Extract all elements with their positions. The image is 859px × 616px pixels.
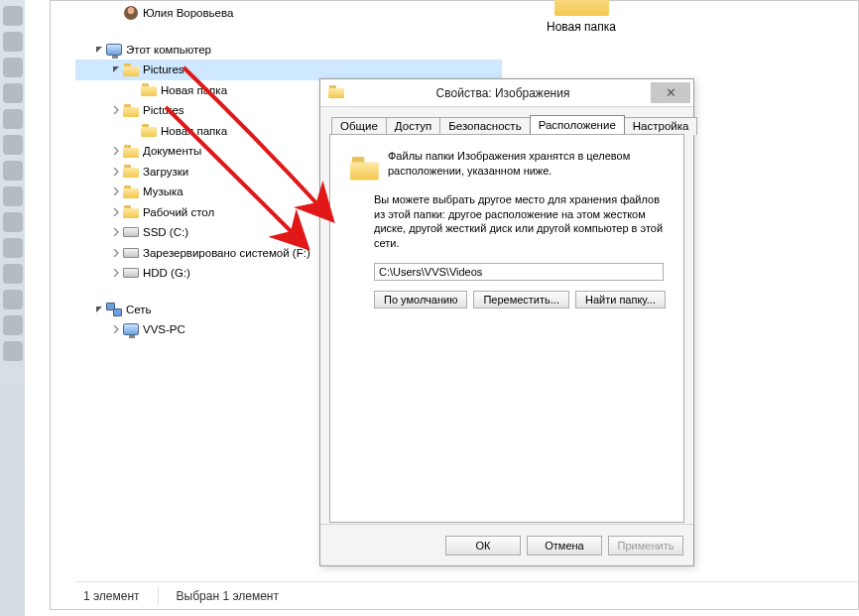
tree-label: Документы — [143, 145, 201, 157]
folder-icon — [123, 102, 139, 118]
tab-security[interactable]: Безопасность — [439, 117, 530, 135]
move-button[interactable]: Переместить... — [473, 291, 569, 308]
chevron-right-icon[interactable] — [110, 186, 121, 197]
drive-icon — [123, 224, 139, 240]
folder-icon — [123, 62, 139, 77]
tab-strip: Общие Доступ Безопасность Расположение Н… — [329, 112, 684, 134]
status-item-selection: Выбран 1 элемент — [177, 589, 279, 603]
folder-icon — [141, 82, 157, 98]
chevron-right-icon[interactable] — [110, 166, 121, 177]
cancel-button[interactable]: Отмена — [527, 536, 602, 555]
folder-label: Новая папка — [522, 20, 641, 34]
location-blurb: Файлы папки Изображения хранятся в целев… — [388, 149, 672, 179]
dialog-titlebar[interactable]: Свойства: Изображения ✕ — [320, 79, 693, 107]
tab-location[interactable]: Расположение — [530, 115, 625, 134]
tree-label: VVS-PC — [143, 323, 185, 335]
folder-icon — [328, 85, 344, 101]
location-path-input[interactable] — [374, 263, 664, 281]
restore-default-button[interactable]: По умолчанию — [374, 291, 467, 308]
sidebar-item-user-partial[interactable]: Юлия Воровьева — [75, 3, 502, 24]
status-bar: 1 элемент Выбран 1 элемент — [75, 581, 858, 609]
folder-icon — [554, 0, 609, 16]
tab-general[interactable]: Общие — [331, 117, 387, 135]
folder-item-new-folder[interactable]: Новая папка — [522, 0, 641, 34]
computer-icon — [123, 321, 139, 337]
sidebar-item-this-pc[interactable]: Этот компьютер — [75, 40, 502, 61]
tree-label: Рабочий стол — [143, 206, 214, 218]
tree-label: SSD (C:) — [143, 226, 188, 238]
chevron-right-icon[interactable] — [110, 206, 121, 217]
drive-icon — [123, 245, 139, 261]
sidebar-item-pictures-1[interactable]: Pictures — [75, 60, 502, 80]
tab-customize[interactable]: Настройка — [624, 117, 698, 135]
folder-icon — [342, 149, 374, 177]
chevron-right-icon[interactable] — [110, 247, 121, 258]
tree-label: Новая папка — [161, 125, 227, 137]
tab-panel-location: Файлы папки Изображения хранятся в целев… — [329, 134, 684, 523]
chevron-down-icon[interactable] — [93, 44, 104, 55]
folder-icon — [123, 164, 139, 180]
chevron-down-icon[interactable] — [93, 304, 104, 314]
dialog-footer: ОК Отмена Применить — [320, 524, 693, 565]
tree-label: HDD (G:) — [143, 267, 190, 279]
computer-icon — [106, 42, 122, 58]
tree-label: Юлия Воровьева — [143, 7, 233, 19]
chevron-right-icon[interactable] — [110, 146, 121, 157]
location-info: Вы можете выбрать другое место для хране… — [374, 192, 672, 251]
user-icon — [123, 5, 139, 21]
chevron-right-icon[interactable] — [110, 324, 121, 335]
chevron-right-icon[interactable] — [110, 268, 121, 279]
explorer-content-pane: Новая папка — [522, 1, 858, 56]
folder-icon — [141, 123, 157, 139]
ok-button[interactable]: ОК — [445, 536, 521, 555]
status-separator — [158, 587, 159, 605]
drive-icon — [123, 265, 139, 281]
folder-icon — [123, 184, 139, 199]
apply-button[interactable]: Применить — [608, 536, 683, 555]
chevron-down-icon[interactable] — [110, 64, 121, 75]
tree-label: Сеть — [126, 304, 152, 315]
tree-label: Новая папка — [161, 84, 227, 96]
desktop-icons-strip — [0, 0, 25, 616]
chevron-right-icon[interactable] — [110, 105, 121, 116]
dialog-title: Свойства: Изображения — [350, 86, 693, 100]
tree-label: Загрузки — [143, 166, 188, 178]
folder-icon — [123, 204, 139, 220]
folder-icon — [123, 143, 139, 159]
tree-label: Pictures — [143, 104, 184, 116]
tree-label: Зарезервировано системой (F:) — [143, 247, 310, 259]
chevron-right-icon[interactable] — [110, 227, 121, 238]
tree-label: Pictures — [143, 63, 184, 75]
status-item-count: 1 элемент — [83, 589, 140, 603]
find-folder-button[interactable]: Найти папку... — [575, 291, 666, 308]
properties-dialog: Свойства: Изображения ✕ Общие Доступ Без… — [319, 78, 694, 566]
close-button[interactable]: ✕ — [651, 82, 690, 103]
tree-label: Этот компьютер — [126, 44, 211, 56]
network-icon — [106, 302, 122, 317]
tree-label: Музыка — [143, 185, 184, 197]
tab-access[interactable]: Доступ — [386, 117, 440, 135]
